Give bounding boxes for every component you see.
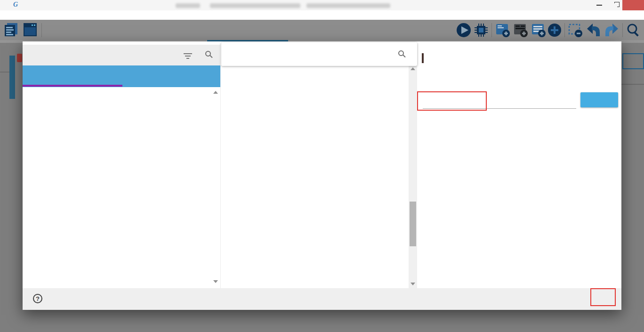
highlight-ring-ok [590, 288, 616, 306]
event-thumbnail [17, 54, 22, 62]
toolbar-separator [564, 23, 565, 37]
gdevelop-logo-icon: G [13, 1, 18, 8]
redacted-path-block [210, 3, 300, 8]
objects-list [23, 87, 220, 288]
highlight-ring-field [417, 91, 487, 111]
action-editor-dialog: ? [23, 41, 621, 310]
search-icon [205, 51, 211, 57]
undo-icon[interactable] [586, 22, 602, 40]
event-selection-bar [9, 56, 15, 99]
actions-scrollbar[interactable] [409, 65, 417, 288]
redacted-path-block [306, 3, 390, 8]
add-subevent-icon[interactable] [513, 22, 529, 40]
redo-icon[interactable] [604, 22, 620, 40]
filter-icon[interactable] [184, 53, 192, 54]
help-icon: ? [33, 294, 42, 303]
toolbar-separator [41, 23, 42, 37]
minimize-icon [596, 5, 602, 6]
scroll-up-icon[interactable] [411, 67, 415, 70]
play-icon[interactable] [456, 22, 472, 40]
help-link[interactable]: ? [33, 294, 47, 303]
start-page-icon[interactable] [23, 22, 38, 39]
add-event-icon[interactable] [495, 22, 511, 40]
object-tabs [23, 65, 220, 87]
delete-event-icon[interactable] [567, 22, 583, 40]
expression-editor-button[interactable] [580, 92, 618, 107]
cancel-button[interactable] [555, 293, 590, 305]
event-connector-line [0, 72, 9, 73]
scroll-down-icon[interactable] [213, 280, 218, 283]
toolbar-separator [491, 23, 492, 37]
action-search-input[interactable] [229, 42, 385, 66]
event-input-fragment [622, 53, 644, 69]
scroll-down-icon[interactable] [411, 283, 415, 285]
restore-button[interactable] [607, 0, 622, 10]
minimize-button[interactable] [591, 0, 607, 10]
title-bar: G [0, 0, 644, 10]
toolbar-separator [622, 23, 623, 37]
add-circle-icon[interactable] [547, 22, 563, 40]
object-search-bar [23, 45, 220, 65]
menu-bar [0, 10, 644, 20]
search-icon [398, 50, 404, 56]
close-button[interactable] [622, 0, 644, 10]
restore-icon [613, 3, 617, 8]
redacted-path-block [176, 3, 200, 8]
object-search-input[interactable] [31, 45, 172, 65]
scrollbar-thumb[interactable] [410, 202, 416, 246]
action-search-card [221, 42, 417, 66]
actions-list [220, 41, 409, 288]
debug-icon[interactable] [473, 22, 489, 40]
active-tab-underline [23, 85, 122, 87]
project-manager-icon[interactable] [4, 22, 19, 40]
add-comment-icon[interactable] [531, 22, 547, 40]
dialog-footer: ? [23, 288, 621, 310]
search-icon[interactable] [625, 22, 641, 40]
event-divider-fragment [621, 84, 644, 85]
film-icon [422, 54, 424, 63]
toolbar [0, 20, 644, 40]
scroll-up-icon[interactable] [213, 91, 218, 94]
